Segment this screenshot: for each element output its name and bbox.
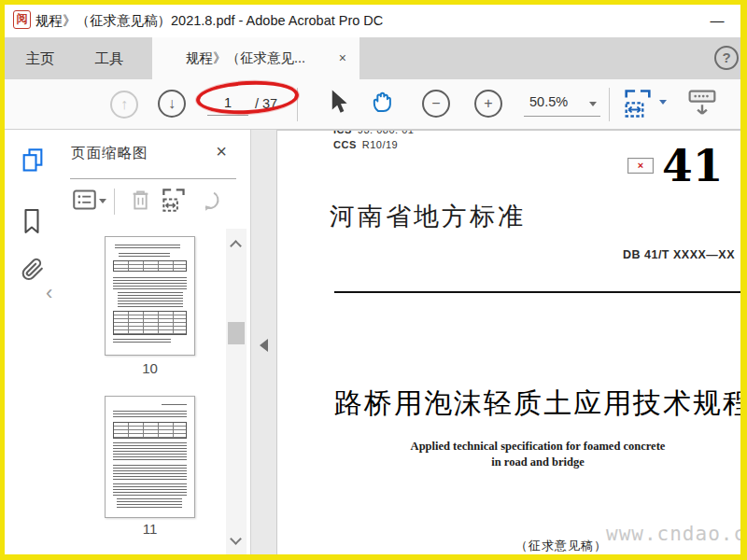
- toolbar-separator: [297, 88, 298, 121]
- toolbar-separator: [609, 88, 610, 121]
- zoom-level-value: 50.5%: [529, 94, 568, 109]
- thumbnail-content: [119, 253, 170, 257]
- thumbnail-content: [113, 442, 187, 462]
- thumbnail-content: [113, 260, 187, 272]
- minimize-button[interactable]: —: [698, 7, 737, 35]
- draft-note: （征求意见稿）: [515, 538, 607, 554]
- thumbnail-content: [113, 311, 187, 335]
- page-thumbnails-icon[interactable]: [20, 146, 46, 179]
- site-watermark: www.cndao.com: [606, 523, 740, 545]
- help-icon[interactable]: ?: [714, 46, 739, 70]
- collapse-panel-icon[interactable]: [260, 339, 268, 352]
- tab-home[interactable]: 主页: [12, 37, 68, 79]
- thumbnail-content: [162, 404, 187, 407]
- panel-toolbar: [56, 186, 250, 219]
- standard-code: DB 41/T XXXX—XX: [623, 248, 735, 261]
- thumbnail-options-icon[interactable]: [72, 189, 97, 215]
- ccs-code: CCSR10/19: [333, 139, 398, 150]
- page-thumbnail[interactable]: [105, 236, 195, 356]
- rotate-page-icon[interactable]: [197, 188, 220, 217]
- thumbnail-content: [113, 465, 187, 481]
- navigation-icon-strip: ‹: [5, 130, 56, 554]
- app-icon: 阅: [13, 10, 31, 29]
- standard-region-title: 河南省地方标准: [330, 200, 526, 233]
- broken-image-icon: ×: [627, 158, 654, 174]
- thumbnail-content: [118, 292, 183, 307]
- page-thumbnail[interactable]: [105, 396, 195, 518]
- thumbnail-content: [113, 422, 187, 439]
- thumbnail-page-number: 11: [105, 521, 195, 537]
- page-number-input[interactable]: [207, 90, 248, 116]
- ics-value: 93. 080. 01: [358, 130, 415, 135]
- acrobat-window: 阅 规程》（征求意见稿）2021.8.pdf - Adobe Acrobat P…: [0, 0, 747, 560]
- thumbnail-scrollbar[interactable]: [226, 229, 247, 554]
- tab-document-label: 规程》（征求意见...: [186, 37, 305, 79]
- chevron-down-icon: [589, 102, 597, 106]
- resize-pages-icon[interactable]: [161, 187, 188, 217]
- page-fit-width-icon[interactable]: [623, 88, 653, 123]
- thumbnail-content: [113, 411, 187, 418]
- panel-divider: [70, 178, 236, 179]
- panel-splitter[interactable]: [250, 130, 277, 554]
- standard-emblem-number: 41: [662, 140, 723, 191]
- panel-title: 页面缩略图: [71, 144, 148, 163]
- attachments-icon[interactable]: [20, 255, 46, 290]
- page-thumbnails-panel: 页面缩略图 ×: [56, 130, 250, 554]
- annotation-frame: [0, 0, 747, 5]
- window-title: 规程》（征求意见稿）2021.8.pdf - Adobe Acrobat Pro…: [35, 12, 383, 30]
- hide-toolbar-icon[interactable]: [686, 88, 718, 123]
- next-page-button[interactable]: ↓: [158, 90, 186, 118]
- annotation-frame: [0, 554, 747, 560]
- ics-code: ICS93. 080. 01: [333, 130, 414, 135]
- tab-document[interactable]: 规程》（征求意见... ×: [152, 37, 359, 80]
- chevron-down-icon: [99, 199, 106, 203]
- title-bar: 阅 规程》（征求意见稿）2021.8.pdf - Adobe Acrobat P…: [5, 5, 740, 37]
- cover-rule: [334, 291, 740, 293]
- scroll-down-icon[interactable]: [230, 533, 242, 545]
- hand-tool-icon[interactable]: [369, 88, 395, 119]
- annotation-frame: [740, 0, 747, 560]
- zoom-level-control[interactable]: 50.5%: [524, 89, 600, 117]
- panel-open-indicator: ‹: [46, 281, 52, 305]
- zoom-in-button[interactable]: +: [474, 90, 502, 118]
- chevron-down-icon: [659, 100, 667, 105]
- tab-tools[interactable]: 工具: [81, 37, 137, 79]
- thumbnail-page-number: 10: [105, 360, 195, 376]
- title-en-line1: Applied technical specification for foam…: [334, 439, 740, 455]
- select-tool-icon[interactable]: [328, 89, 348, 119]
- document-title-en: Applied technical specification for foam…: [334, 439, 740, 470]
- delete-page-icon[interactable]: [129, 188, 152, 217]
- page-count-label: / 37: [255, 96, 277, 111]
- main-toolbar: ↑ ↓ / 37 − + 50.5%: [5, 79, 740, 130]
- title-en-line2: in road and bridge: [334, 455, 740, 470]
- ccs-label: CCS: [333, 139, 357, 150]
- bookmarks-icon[interactable]: [20, 205, 44, 241]
- thumbnail-content: [113, 483, 187, 496]
- scrollbar-thumb[interactable]: [228, 322, 245, 344]
- thumbnail-content: [117, 498, 182, 510]
- ccs-value: R10/19: [362, 139, 398, 150]
- zoom-out-button[interactable]: −: [422, 90, 450, 118]
- annotation-frame: [0, 0, 5, 560]
- scroll-up-icon[interactable]: [230, 240, 242, 252]
- tab-bar: 主页 工具 规程》（征求意见... × ?: [5, 37, 740, 79]
- thumbnail-content: [115, 245, 180, 250]
- panel-close-icon[interactable]: ×: [208, 139, 234, 165]
- tab-close-icon[interactable]: ×: [339, 37, 346, 79]
- panel-toolbar-separator: [114, 189, 115, 215]
- document-page[interactable]: ICS93. 080. 01 CCSR10/19 × 41 河南省地方标准 DB…: [277, 130, 740, 554]
- previous-page-button[interactable]: ↑: [110, 91, 138, 119]
- ics-label: ICS: [333, 130, 352, 135]
- thumbnail-content: [113, 339, 171, 343]
- document-title-cn: 路桥用泡沫轻质土应用技术规程: [334, 385, 740, 423]
- thumbnail-content: [113, 277, 187, 289]
